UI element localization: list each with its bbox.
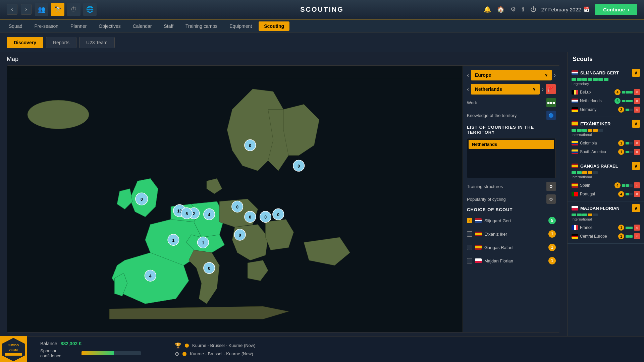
- tab-planner[interactable]: Planner: [65, 21, 92, 31]
- pt-remove-btn[interactable]: ×: [634, 191, 640, 197]
- main-content: Map: [0, 52, 644, 336]
- majdan-collapse-btn[interactable]: ∧: [632, 204, 640, 212]
- training-gear-icon: ⚙: [546, 182, 556, 191]
- scout-checkbox-etxaniz[interactable]: [467, 231, 472, 237]
- scout-choice-etxaniz: Etxániz Iker 1: [467, 229, 556, 239]
- svg-text:0: 0: [249, 143, 251, 148]
- work-label: Work: [467, 100, 477, 105]
- slijngard-collapse-btn[interactable]: ∧: [632, 69, 640, 77]
- tab-staff[interactable]: Staff: [159, 21, 179, 31]
- scout-flag-pl: [475, 258, 482, 263]
- fr-bar: [626, 227, 633, 229]
- training-structures-label: Training structures: [467, 184, 503, 189]
- scout-name-slijngard: Slijngard Gert: [484, 218, 546, 223]
- sub-tab-u23[interactable]: U23 Team: [79, 37, 115, 48]
- scout-checkbox-gangas[interactable]: [467, 245, 472, 250]
- globe-icon[interactable]: 🌐: [83, 3, 97, 16]
- top-bar-left: ‹ › 👥 🔭 ⏱ 🌐: [7, 3, 97, 16]
- tab-equipment[interactable]: Equipment: [224, 21, 257, 31]
- spain-label: Spain: [580, 183, 590, 188]
- flag-button[interactable]: 🚩: [546, 84, 556, 94]
- home-icon[interactable]: 🏠: [497, 6, 504, 13]
- svg-rect-38: [5, 353, 22, 356]
- nav-tabs-bar: Squad Pre-season Planner Objectives Cale…: [0, 19, 644, 33]
- event-row-1: 🏆 Kuurne - Brussel - Kuurne (Now): [175, 342, 637, 349]
- clock-icon[interactable]: ⏱: [67, 3, 80, 16]
- scout-checkbox-slijngard[interactable]: ✓: [467, 218, 472, 223]
- tab-scouting[interactable]: Scouting: [259, 21, 289, 31]
- info-icon[interactable]: ℹ: [522, 6, 524, 13]
- belux-remove-btn[interactable]: ×: [634, 89, 640, 95]
- slijngard-skill-bar: [572, 78, 640, 81]
- svg-text:2: 2: [193, 212, 195, 216]
- co-flag: [572, 141, 578, 145]
- scout-checkbox-majdan[interactable]: [467, 258, 472, 263]
- spain-remove-btn[interactable]: ×: [634, 182, 640, 188]
- nl-remove-btn[interactable]: ×: [634, 98, 640, 104]
- tab-training-camps[interactable]: Training camps: [180, 21, 223, 31]
- territory-france: France 1 ×: [572, 223, 640, 232]
- map-background[interactable]: 0 10 2 5 4 0: [7, 66, 463, 332]
- countries-list: Netherlands: [467, 138, 556, 178]
- event-dot-2: [182, 352, 186, 356]
- ce-bar: [626, 235, 633, 238]
- calendar-icon[interactable]: 📅: [584, 6, 590, 12]
- forward-button[interactable]: ›: [21, 4, 32, 15]
- tab-calendar[interactable]: Calendar: [127, 21, 157, 31]
- top-bar-right: 🔔 🏠 ⚙ ℹ ⏻ 27 February 2022 📅 Continue ›: [484, 4, 637, 15]
- squad-icon[interactable]: 👥: [35, 3, 48, 16]
- scout-card-slijngard-header: SLIJNGARD GERT ∧: [572, 69, 640, 77]
- scout-choice-majdan: Majdan Florian 1: [467, 256, 556, 266]
- back-button[interactable]: ‹: [7, 4, 17, 15]
- slijngard-flag: [572, 70, 578, 75]
- settings-icon[interactable]: ⚙: [511, 6, 516, 13]
- de-bar: [626, 109, 633, 111]
- sa-remove-btn[interactable]: ×: [634, 149, 640, 155]
- country-dropdown[interactable]: Netherlands ∨: [471, 84, 540, 95]
- territory-central-europe: Central Europe 1 ×: [572, 232, 640, 241]
- de-num: 2: [618, 107, 624, 113]
- tab-squad[interactable]: Squad: [3, 21, 28, 31]
- tab-objectives[interactable]: Objectives: [93, 21, 126, 31]
- country-next-btn[interactable]: ›: [542, 86, 544, 93]
- nav-icons: 👥 🔭 ⏱ 🌐: [35, 3, 97, 16]
- team-logo-container: JUMBO VISMA: [0, 336, 27, 362]
- tab-preseason[interactable]: Pre-season: [29, 21, 64, 31]
- skill-seg-5: [593, 78, 598, 81]
- gangas-collapse-btn[interactable]: ∧: [632, 162, 640, 170]
- etxaniz-flag: [572, 121, 578, 126]
- continue-button[interactable]: Continue ›: [595, 4, 637, 15]
- svg-text:1: 1: [202, 241, 204, 245]
- slijngard-level: Legendary: [572, 82, 640, 86]
- region-next-btn[interactable]: ›: [554, 72, 556, 79]
- ce-remove-btn[interactable]: ×: [634, 233, 640, 239]
- sub-tab-reports[interactable]: Reports: [46, 37, 76, 48]
- fr-flag: [572, 225, 578, 230]
- territory-spain: Spain 4 ×: [572, 181, 640, 190]
- scout-flag-es2: [475, 245, 482, 250]
- scouts-sidebar: Scouts SLIJNGARD GERT ∧ L: [567, 52, 644, 336]
- region-chevron: ∨: [545, 73, 548, 77]
- nl-num: 5: [614, 98, 621, 104]
- etxaniz-skill-bar: [572, 129, 640, 132]
- scouting-nav-icon[interactable]: 🔭: [51, 3, 64, 16]
- fr-remove-btn[interactable]: ×: [634, 225, 640, 231]
- region-dropdown[interactable]: Europe ∨: [471, 70, 552, 80]
- etxaniz-collapse-btn[interactable]: ∧: [632, 120, 640, 128]
- svg-text:0: 0: [236, 205, 238, 209]
- bell-icon[interactable]: 🔔: [484, 6, 491, 13]
- power-icon[interactable]: ⏻: [530, 6, 536, 13]
- country-prev-btn[interactable]: ‹: [467, 86, 469, 93]
- de-remove-btn[interactable]: ×: [634, 107, 640, 113]
- popularity-row: Popularity of cycling ⚙: [467, 194, 556, 204]
- svg-text:4: 4: [149, 274, 152, 279]
- region-prev-btn[interactable]: ‹: [467, 72, 469, 79]
- sub-tab-discovery[interactable]: Discovery: [7, 37, 43, 48]
- country-list-item[interactable]: Netherlands: [469, 140, 554, 149]
- spain-num: 4: [614, 182, 621, 188]
- event-text-1: Kuurne - Brussel - Kuurne (Now): [192, 343, 256, 348]
- sa-bar: [626, 151, 633, 153]
- co-remove-btn[interactable]: ×: [634, 140, 640, 146]
- countries-list-title: LIST OF COUNTRIES IN THE TERRITORY: [467, 125, 556, 135]
- scout-count-etxaniz: 1: [548, 230, 556, 238]
